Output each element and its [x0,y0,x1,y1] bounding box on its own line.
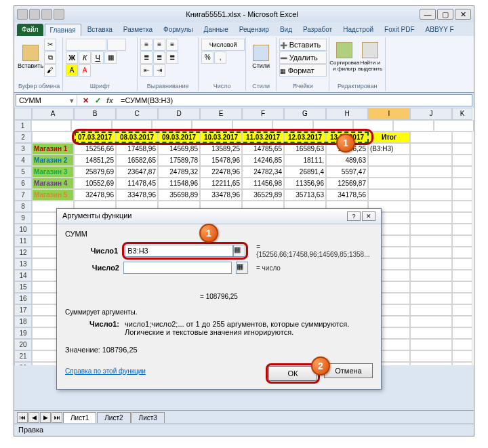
row-header[interactable]: 4 [14,155,32,166]
arg1-input[interactable] [125,245,233,257]
collapse-dialog-icon[interactable]: ▦ [233,245,245,257]
sheet-nav-next[interactable]: ▶ [40,412,51,423]
copy-icon[interactable]: ⧉ [44,52,56,64]
tab-foxit[interactable]: Foxit PDF [380,24,419,36]
cell[interactable]: 10.03.2017 [200,131,242,143]
row-header[interactable]: 21 [14,350,32,362]
row-header[interactable]: 14 [14,270,32,281]
cells-insert-button[interactable]: ➕ Вставить [279,39,327,51]
bold-button[interactable]: Ж [66,52,78,64]
cell[interactable]: 07.03.2017 [74,131,116,143]
row-header[interactable]: 11 [14,235,32,247]
cell[interactable]: 14851,25 [74,155,116,166]
cell[interactable] [410,281,452,293]
function-help-link[interactable]: Справка по этой функции [65,367,146,375]
col-header[interactable]: I [368,108,410,120]
cell[interactable] [410,131,452,143]
row-header[interactable]: 8 [14,201,32,212]
sheet-tab-3[interactable]: Лист3 [131,412,165,423]
cell[interactable] [452,143,472,155]
cell[interactable] [452,201,472,212]
cancel-formula-icon[interactable]: ✕ [80,95,91,106]
cell[interactable]: 35698,89 [158,189,200,201]
row-header[interactable]: 20 [14,339,32,350]
cells-delete-button[interactable]: ➖ Удалить [279,52,327,64]
cell[interactable]: 12211,65 [200,178,242,189]
number-format-select[interactable]: Числовой [201,39,245,51]
close-button[interactable]: ✕ [455,9,471,20]
col-header[interactable]: K [452,108,472,120]
cell[interactable] [452,270,472,281]
row-header[interactable]: 16 [14,293,32,304]
row-header[interactable]: 17 [14,304,32,316]
cell[interactable]: 10552,69 [74,178,116,189]
sheet-nav-last[interactable]: ⏭ [52,412,62,423]
cell[interactable] [452,189,472,201]
save-icon[interactable] [29,9,40,20]
cell[interactable] [410,201,452,212]
tab-addins[interactable]: Надстрой [338,24,378,36]
row-header[interactable]: 19 [14,327,32,339]
col-header[interactable]: H [326,108,368,120]
excel-icon[interactable] [17,9,28,20]
cell[interactable] [32,131,74,143]
cell[interactable] [452,281,472,293]
cell[interactable] [410,362,452,365]
cell[interactable] [410,178,452,189]
italic-button[interactable]: К [79,52,91,64]
col-header[interactable]: F [242,108,284,120]
tab-data[interactable]: Данные [199,24,233,36]
cell[interactable] [410,212,452,224]
cell[interactable]: 15478,96 [200,155,242,166]
sheet-tab-1[interactable]: Лист1 [63,412,96,423]
cell[interactable]: 489,63 [326,155,368,166]
cell[interactable]: 11478,45 [116,178,158,189]
maximize-button[interactable]: ▢ [437,9,453,20]
cell[interactable]: 16582,65 [116,155,158,166]
cell[interactable] [452,235,472,247]
tab-insert[interactable]: Вставка [83,24,117,36]
cell[interactable] [410,143,452,155]
cell[interactable] [452,304,472,316]
underline-button[interactable]: Ч [92,52,104,64]
cell[interactable] [434,120,474,131]
cell[interactable] [353,120,393,131]
cell[interactable] [368,189,410,201]
cell[interactable]: 32478,96 [74,189,116,201]
border-button[interactable]: ▦ [104,52,117,64]
cell[interactable] [410,224,452,235]
cell[interactable]: 36529,89 [242,189,284,201]
cell[interactable] [452,166,472,178]
format-painter-icon[interactable]: 🖌 [44,64,56,77]
row-header[interactable]: 7 [14,189,32,201]
cell[interactable]: Магазин 3 [32,166,74,178]
row-header[interactable]: 10 [14,224,32,235]
font-color-button[interactable]: A [79,64,91,77]
arg2-input[interactable] [123,262,232,274]
cell[interactable]: 26891,4 [284,166,326,178]
cell[interactable] [368,166,410,178]
col-header[interactable]: D [158,108,200,120]
cell[interactable]: 16589,63 [284,143,326,155]
row-header[interactable]: 15 [14,281,32,293]
row-header[interactable]: 6 [14,178,32,189]
tab-review[interactable]: Рецензир [235,24,274,36]
cell[interactable]: Магазин 1 [32,143,74,155]
cell[interactable] [410,316,452,327]
cell[interactable] [192,120,232,131]
cell[interactable] [452,224,472,235]
fx-icon[interactable]: fx [104,95,115,106]
cell[interactable]: 22478,96 [200,166,242,178]
fill-color-button[interactable]: A [66,64,78,77]
tab-home[interactable]: Главная [45,24,81,36]
row-header[interactable]: 1 [14,120,31,131]
cell[interactable]: 12.03.2017 [284,131,326,143]
col-header[interactable]: E [200,108,242,120]
cells-format-button[interactable]: ▦ Формат [279,64,327,77]
cell[interactable] [452,316,472,327]
cut-icon[interactable]: ✂ [44,39,56,51]
cell[interactable]: 17458,96 [116,143,158,155]
formula-input[interactable]: =СУММ(B3:H3) [118,95,472,106]
row-header[interactable]: 2 [14,131,32,143]
select-all-corner[interactable] [14,108,32,120]
